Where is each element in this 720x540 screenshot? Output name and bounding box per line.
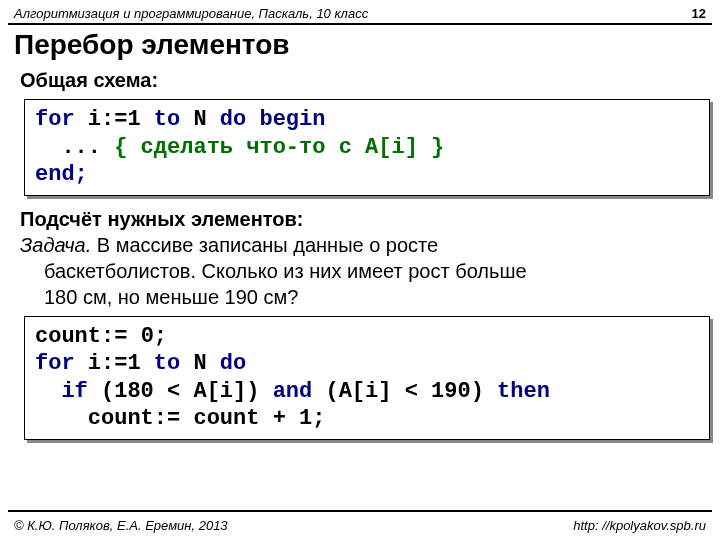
- section2-label: Подсчёт нужных элементов:: [20, 208, 303, 230]
- kw-do-begin: do begin: [220, 107, 326, 132]
- slide-footer: © К.Ю. Поляков, Е.А. Еремин, 2013 http: …: [0, 518, 720, 533]
- section-count-elements: Подсчёт нужных элементов: Задача. В масс…: [0, 206, 720, 310]
- codebox-2: count:= 0; for i:=1 to N do if (180 < A[…: [24, 316, 710, 440]
- code-text: N: [180, 107, 220, 132]
- copyright: © К.Ю. Поляков, Е.А. Еремин, 2013: [14, 518, 228, 533]
- kw-then: then: [497, 379, 550, 404]
- course-title: Алгоритмизация и программирование, Паска…: [14, 6, 368, 21]
- task-word: Задача.: [20, 234, 91, 256]
- footer-url: http: //kpolyakov.spb.ru: [573, 518, 706, 533]
- task-text-1: В массиве записаны данные о росте: [91, 234, 438, 256]
- header-divider: [8, 23, 712, 25]
- num-1: 1: [299, 406, 312, 431]
- kw-for: for: [35, 107, 75, 132]
- num-1: 1: [127, 351, 140, 376]
- kw-end: end;: [35, 162, 88, 187]
- code-text: i:=: [75, 351, 128, 376]
- code-text: N: [180, 351, 220, 376]
- code-text: ): [471, 379, 497, 404]
- num-1: 1: [127, 107, 140, 132]
- kw-for: for: [35, 351, 75, 376]
- code-text: i:=: [75, 107, 128, 132]
- num-190: 190: [431, 379, 471, 404]
- num-0: 0: [141, 324, 154, 349]
- kw-if: if: [35, 379, 88, 404]
- task-text-3: 180 см, но меньше 190 см?: [20, 284, 700, 310]
- code-text: (: [88, 379, 114, 404]
- code-text: (A[i] <: [312, 379, 431, 404]
- code-text: count:=: [35, 324, 141, 349]
- page-number: 12: [692, 6, 706, 21]
- kw-and: and: [273, 379, 313, 404]
- num-180: 180: [114, 379, 154, 404]
- slide-title: Перебор элементов: [0, 29, 720, 67]
- code-text: ;: [312, 406, 325, 431]
- task-text-2: баскетболистов. Сколько из них имеет рос…: [20, 258, 700, 284]
- kw-to: to: [141, 351, 181, 376]
- footer-divider: [8, 510, 712, 512]
- code-text: ;: [154, 324, 167, 349]
- comment: { сделать что-то с A[i] }: [114, 135, 444, 160]
- code-text: count:= count +: [35, 406, 299, 431]
- slide-header: Алгоритмизация и программирование, Паска…: [0, 0, 720, 23]
- section1-label: Общая схема:: [20, 69, 158, 91]
- kw-do: do: [220, 351, 246, 376]
- kw-to: to: [141, 107, 181, 132]
- section-general-scheme: Общая схема:: [0, 67, 720, 93]
- code-text: < A[i]): [154, 379, 273, 404]
- codebox-1: for i:=1 to N do begin ... { сделать что…: [24, 99, 710, 196]
- code-text: ...: [35, 135, 114, 160]
